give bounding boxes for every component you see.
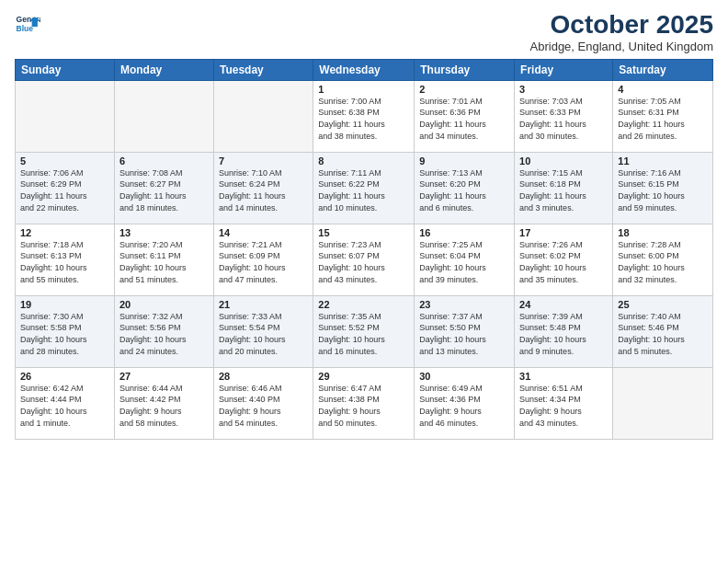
weekday-sunday: Sunday: [16, 59, 115, 80]
calendar-cell: 14Sunrise: 7:21 AM Sunset: 6:09 PM Dayli…: [213, 224, 313, 295]
page: General Blue October 2025 Abridge, Engla…: [0, 0, 728, 563]
day-number: 16: [419, 227, 509, 238]
calendar-cell: 16Sunrise: 7:25 AM Sunset: 6:04 PM Dayli…: [415, 224, 515, 295]
day-info: Sunrise: 7:26 AM Sunset: 6:02 PM Dayligh…: [519, 239, 608, 285]
calendar-cell: 4Sunrise: 7:05 AM Sunset: 6:31 PM Daylig…: [613, 80, 713, 152]
day-info: Sunrise: 7:15 AM Sunset: 6:18 PM Dayligh…: [519, 167, 608, 213]
day-info: Sunrise: 7:25 AM Sunset: 6:04 PM Dayligh…: [419, 239, 509, 285]
day-number: 20: [119, 299, 209, 310]
calendar-cell: [114, 80, 213, 152]
day-number: 26: [20, 371, 109, 382]
calendar-cell: [613, 367, 713, 439]
day-number: 19: [20, 299, 109, 310]
location: Abridge, England, United Kingdom: [530, 40, 713, 53]
calendar-cell: 6Sunrise: 7:08 AM Sunset: 6:27 PM Daylig…: [114, 152, 213, 224]
calendar-cell: 31Sunrise: 6:51 AM Sunset: 4:34 PM Dayli…: [515, 367, 613, 439]
day-info: Sunrise: 6:51 AM Sunset: 4:34 PM Dayligh…: [519, 383, 608, 429]
day-info: Sunrise: 7:06 AM Sunset: 6:29 PM Dayligh…: [20, 167, 109, 213]
day-info: Sunrise: 7:21 AM Sunset: 6:09 PM Dayligh…: [219, 239, 308, 285]
weekday-tuesday: Tuesday: [213, 59, 313, 80]
svg-text:Blue: Blue: [17, 24, 34, 33]
day-info: Sunrise: 7:37 AM Sunset: 5:50 PM Dayligh…: [419, 311, 509, 357]
day-info: Sunrise: 7:18 AM Sunset: 6:13 PM Dayligh…: [20, 239, 109, 285]
day-number: 30: [419, 371, 509, 382]
calendar-cell: 12Sunrise: 7:18 AM Sunset: 6:13 PM Dayli…: [16, 224, 115, 295]
day-info: Sunrise: 7:28 AM Sunset: 6:00 PM Dayligh…: [618, 239, 708, 285]
day-info: Sunrise: 6:49 AM Sunset: 4:36 PM Dayligh…: [419, 383, 509, 429]
day-number: 18: [618, 227, 708, 238]
calendar-cell: 5Sunrise: 7:06 AM Sunset: 6:29 PM Daylig…: [16, 152, 115, 224]
day-number: 21: [219, 299, 308, 310]
day-info: Sunrise: 7:20 AM Sunset: 6:11 PM Dayligh…: [119, 239, 209, 285]
day-number: 1: [318, 84, 409, 95]
day-number: 9: [419, 155, 509, 167]
header: General Blue October 2025 Abridge, Engla…: [15, 11, 713, 53]
day-info: Sunrise: 7:16 AM Sunset: 6:15 PM Dayligh…: [618, 167, 708, 213]
day-info: Sunrise: 6:42 AM Sunset: 4:44 PM Dayligh…: [20, 383, 109, 429]
day-number: 29: [318, 371, 409, 382]
week-row-1: 1Sunrise: 7:00 AM Sunset: 6:38 PM Daylig…: [16, 80, 713, 152]
day-info: Sunrise: 7:03 AM Sunset: 6:33 PM Dayligh…: [519, 96, 608, 142]
logo-icon: General Blue: [15, 11, 40, 37]
calendar-cell: 15Sunrise: 7:23 AM Sunset: 6:07 PM Dayli…: [313, 224, 415, 295]
day-number: 24: [519, 299, 608, 310]
day-number: 7: [219, 155, 308, 167]
day-info: Sunrise: 6:46 AM Sunset: 4:40 PM Dayligh…: [219, 383, 308, 429]
day-number: 14: [219, 227, 308, 238]
calendar-cell: 22Sunrise: 7:35 AM Sunset: 5:52 PM Dayli…: [313, 295, 415, 367]
calendar-cell: 17Sunrise: 7:26 AM Sunset: 6:02 PM Dayli…: [515, 224, 613, 295]
calendar-cell: 29Sunrise: 6:47 AM Sunset: 4:38 PM Dayli…: [313, 367, 415, 439]
calendar-cell: 24Sunrise: 7:39 AM Sunset: 5:48 PM Dayli…: [515, 295, 613, 367]
day-number: 13: [119, 227, 209, 238]
day-number: 27: [119, 371, 209, 382]
calendar-cell: 26Sunrise: 6:42 AM Sunset: 4:44 PM Dayli…: [16, 367, 115, 439]
calendar-cell: 30Sunrise: 6:49 AM Sunset: 4:36 PM Dayli…: [415, 367, 515, 439]
calendar-cell: 7Sunrise: 7:10 AM Sunset: 6:24 PM Daylig…: [213, 152, 313, 224]
day-info: Sunrise: 7:10 AM Sunset: 6:24 PM Dayligh…: [219, 167, 308, 213]
day-info: Sunrise: 6:47 AM Sunset: 4:38 PM Dayligh…: [318, 383, 409, 429]
calendar-cell: 19Sunrise: 7:30 AM Sunset: 5:58 PM Dayli…: [16, 295, 115, 367]
day-number: 12: [20, 227, 109, 238]
weekday-saturday: Saturday: [613, 59, 713, 80]
day-number: 10: [519, 155, 608, 167]
day-info: Sunrise: 7:05 AM Sunset: 6:31 PM Dayligh…: [618, 96, 708, 142]
day-number: 2: [419, 84, 509, 95]
day-number: 6: [119, 155, 209, 167]
day-number: 8: [318, 155, 409, 167]
calendar-cell: 27Sunrise: 6:44 AM Sunset: 4:42 PM Dayli…: [114, 367, 213, 439]
day-info: Sunrise: 7:11 AM Sunset: 6:22 PM Dayligh…: [318, 167, 409, 213]
calendar-cell: [16, 80, 115, 152]
week-row-3: 12Sunrise: 7:18 AM Sunset: 6:13 PM Dayli…: [16, 224, 713, 295]
day-number: 5: [20, 155, 109, 167]
day-number: 17: [519, 227, 608, 238]
day-number: 25: [618, 299, 708, 310]
weekday-friday: Friday: [515, 59, 613, 80]
title-block: October 2025 Abridge, England, United Ki…: [530, 11, 713, 53]
calendar-cell: 8Sunrise: 7:11 AM Sunset: 6:22 PM Daylig…: [313, 152, 415, 224]
calendar-cell: 11Sunrise: 7:16 AM Sunset: 6:15 PM Dayli…: [613, 152, 713, 224]
calendar-table: SundayMondayTuesdayWednesdayThursdayFrid…: [15, 59, 713, 440]
day-info: Sunrise: 7:40 AM Sunset: 5:46 PM Dayligh…: [618, 311, 708, 357]
day-info: Sunrise: 7:23 AM Sunset: 6:07 PM Dayligh…: [318, 239, 409, 285]
calendar-cell: 1Sunrise: 7:00 AM Sunset: 6:38 PM Daylig…: [313, 80, 415, 152]
month-title: October 2025: [530, 11, 713, 40]
day-info: Sunrise: 7:35 AM Sunset: 5:52 PM Dayligh…: [318, 311, 409, 357]
day-info: Sunrise: 6:44 AM Sunset: 4:42 PM Dayligh…: [119, 383, 209, 429]
day-number: 15: [318, 227, 409, 238]
calendar-cell: 2Sunrise: 7:01 AM Sunset: 6:36 PM Daylig…: [415, 80, 515, 152]
calendar-cell: 9Sunrise: 7:13 AM Sunset: 6:20 PM Daylig…: [415, 152, 515, 224]
calendar-cell: [213, 80, 313, 152]
calendar-cell: 23Sunrise: 7:37 AM Sunset: 5:50 PM Dayli…: [415, 295, 515, 367]
week-row-2: 5Sunrise: 7:06 AM Sunset: 6:29 PM Daylig…: [16, 152, 713, 224]
week-row-5: 26Sunrise: 6:42 AM Sunset: 4:44 PM Dayli…: [16, 367, 713, 439]
calendar-cell: 3Sunrise: 7:03 AM Sunset: 6:33 PM Daylig…: [515, 80, 613, 152]
day-number: 11: [618, 155, 708, 167]
day-info: Sunrise: 7:33 AM Sunset: 5:54 PM Dayligh…: [219, 311, 308, 357]
day-info: Sunrise: 7:08 AM Sunset: 6:27 PM Dayligh…: [119, 167, 209, 213]
day-number: 28: [219, 371, 308, 382]
day-info: Sunrise: 7:01 AM Sunset: 6:36 PM Dayligh…: [419, 96, 509, 142]
day-info: Sunrise: 7:30 AM Sunset: 5:58 PM Dayligh…: [20, 311, 109, 357]
day-info: Sunrise: 7:13 AM Sunset: 6:20 PM Dayligh…: [419, 167, 509, 213]
day-number: 31: [519, 371, 608, 382]
day-info: Sunrise: 7:00 AM Sunset: 6:38 PM Dayligh…: [318, 96, 409, 142]
